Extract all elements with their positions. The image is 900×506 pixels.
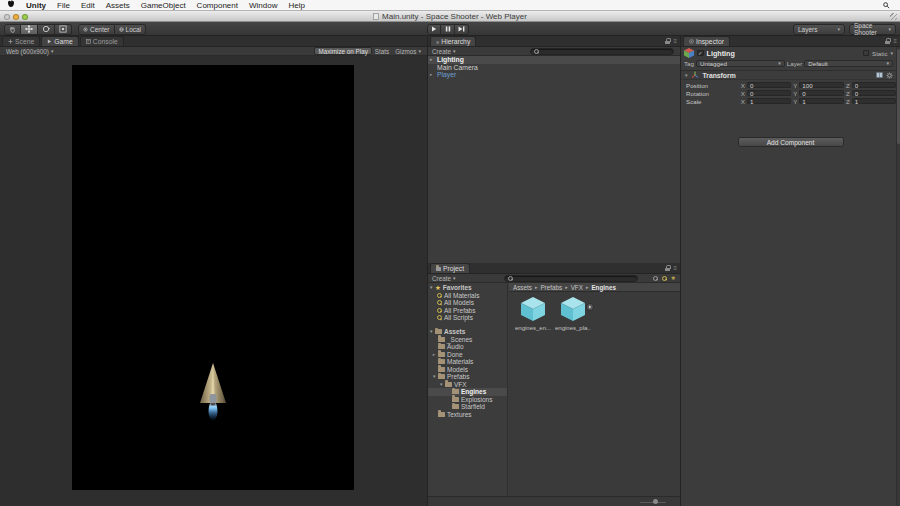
- slider-knob[interactable]: [653, 499, 658, 504]
- position-z-field[interactable]: 0: [852, 82, 896, 89]
- hierarchy-item-lighting[interactable]: ▸ Lighting: [428, 56, 680, 64]
- position-x-field[interactable]: 0: [747, 82, 791, 89]
- inspector-scrollbar[interactable]: [896, 47, 900, 506]
- stats-button[interactable]: Stats: [372, 47, 392, 55]
- panel-menu-icon[interactable]: ≡: [893, 38, 897, 44]
- tab-scene[interactable]: Scene: [2, 36, 40, 46]
- menu-file[interactable]: File: [57, 0, 70, 11]
- collapse-arrow-icon[interactable]: ▼: [429, 285, 433, 290]
- asset-engines-player[interactable]: engines_pla...: [555, 294, 591, 331]
- scale-x-field[interactable]: 1: [747, 98, 791, 105]
- expand-arrow-icon[interactable]: ▸: [432, 352, 436, 357]
- rotation-x-field[interactable]: 0: [747, 90, 791, 97]
- panel-divider[interactable]: [427, 36, 428, 506]
- menu-assets[interactable]: Assets: [106, 0, 130, 11]
- layer-dropdown[interactable]: Default ▾: [804, 60, 893, 68]
- gizmos-dropdown[interactable]: Gizmos ▾: [392, 47, 424, 55]
- position-y-field[interactable]: 100: [799, 82, 843, 89]
- space-toggle-button[interactable]: Local: [115, 24, 147, 35]
- scrollbar-thumb[interactable]: [897, 49, 900, 144]
- static-checkbox[interactable]: [863, 50, 870, 57]
- tree-folder-textures[interactable]: Textures: [428, 411, 507, 419]
- breadcrumb-assets[interactable]: Assets: [513, 284, 532, 291]
- panel-menu-icon[interactable]: ≡: [673, 38, 677, 44]
- window-titlebar[interactable]: Main.unity - Space Shooter - Web Player: [0, 11, 900, 22]
- search-by-type-icon[interactable]: [653, 276, 658, 281]
- game-render-viewport[interactable]: [72, 65, 354, 490]
- layers-dropdown[interactable]: Layers ▾: [793, 24, 845, 35]
- play-button[interactable]: [427, 24, 441, 35]
- expand-arrow-icon[interactable]: ▸: [430, 72, 432, 77]
- active-checkbox[interactable]: ✓: [697, 50, 704, 57]
- pause-button[interactable]: [441, 24, 455, 35]
- project-search-input[interactable]: [504, 275, 638, 282]
- add-component-button[interactable]: Add Component: [738, 137, 844, 147]
- apple-menu-icon[interactable]: [7, 0, 15, 11]
- scale-tool-icon[interactable]: [55, 24, 72, 35]
- step-button[interactable]: [455, 24, 469, 35]
- panel-menu-icon[interactable]: ≡: [673, 265, 677, 271]
- tree-all-materials[interactable]: All Materials: [428, 292, 507, 300]
- chevron-down-icon[interactable]: ▾: [890, 51, 893, 56]
- asset-engines-enemy[interactable]: engines_en...: [515, 294, 551, 331]
- tab-inspector[interactable]: Inspector: [683, 36, 730, 46]
- search-by-label-icon[interactable]: [662, 276, 667, 281]
- tree-all-prefabs[interactable]: All Prefabs: [428, 307, 507, 315]
- window-resize-grip[interactable]: [890, 13, 897, 20]
- aspect-dropdown[interactable]: Web (600x900) ▾: [3, 47, 56, 55]
- expand-arrow-icon[interactable]: ▸: [430, 57, 432, 62]
- menu-window[interactable]: Window: [249, 0, 277, 11]
- menu-gameobject[interactable]: GameObject: [141, 0, 186, 11]
- tree-folder-explosions[interactable]: Explosions: [428, 396, 507, 404]
- tree-folder-models[interactable]: Models: [428, 366, 507, 374]
- lock-icon[interactable]: [665, 38, 670, 44]
- lock-icon[interactable]: [885, 38, 890, 44]
- collapse-arrow-icon[interactable]: ▼: [429, 329, 433, 334]
- menu-component[interactable]: Component: [197, 0, 238, 11]
- scale-y-field[interactable]: 1: [799, 98, 843, 105]
- help-book-icon[interactable]: [876, 72, 883, 78]
- lock-icon[interactable]: [665, 265, 670, 271]
- tree-all-models[interactable]: All Models: [428, 299, 507, 307]
- breadcrumb-vfx[interactable]: VFX: [571, 284, 583, 291]
- tab-game[interactable]: Game: [41, 36, 79, 46]
- collapse-arrow-icon[interactable]: ▼: [432, 374, 436, 379]
- layout-dropdown[interactable]: Space Shooter ▾: [849, 24, 896, 35]
- menu-help[interactable]: Help: [288, 0, 304, 11]
- scale-z-field[interactable]: 1: [852, 98, 896, 105]
- tree-favorites-header[interactable]: ▼ ★ Favorites: [428, 284, 507, 292]
- prefab-expand-badge[interactable]: [586, 303, 594, 311]
- collapse-arrow-icon[interactable]: ▼: [684, 73, 688, 78]
- collapse-arrow-icon[interactable]: ▼: [439, 382, 443, 387]
- rotation-y-field[interactable]: 0: [799, 90, 843, 97]
- hierarchy-item-main-camera[interactable]: Main Camera: [428, 64, 680, 72]
- tab-project[interactable]: Project: [430, 263, 470, 273]
- tag-dropdown[interactable]: Untagged ▾: [696, 60, 785, 68]
- menu-edit[interactable]: Edit: [81, 0, 95, 11]
- hand-tool-icon[interactable]: [4, 24, 21, 35]
- rotation-z-field[interactable]: 0: [852, 90, 896, 97]
- menu-unity[interactable]: Unity: [26, 0, 46, 11]
- tree-folder-engines[interactable]: Engines: [428, 388, 507, 396]
- tab-hierarchy[interactable]: ≡ Hierarchy: [430, 36, 476, 46]
- breadcrumb-engines[interactable]: Engines: [591, 284, 616, 291]
- rotate-tool-icon[interactable]: [38, 24, 55, 35]
- tree-folder-vfx[interactable]: ▼ VFX: [428, 381, 507, 389]
- project-create-button[interactable]: Create ▾: [428, 274, 459, 283]
- tree-folder-scenes[interactable]: _Scenes: [428, 336, 507, 344]
- hierarchy-item-player[interactable]: ▸ Player: [428, 71, 680, 79]
- tree-folder-done[interactable]: ▸ Done: [428, 351, 507, 359]
- spotlight-search-icon[interactable]: [883, 2, 890, 11]
- transform-component-header[interactable]: ▼ Transform: [681, 70, 896, 80]
- pivot-toggle-button[interactable]: Center: [78, 24, 115, 35]
- hierarchy-search-input[interactable]: [530, 48, 674, 55]
- gameobject-name-field[interactable]: Lighting: [707, 49, 860, 58]
- breadcrumb-prefabs[interactable]: Prefabs: [540, 284, 562, 291]
- maximize-on-play-button[interactable]: Maximize on Play: [314, 47, 371, 55]
- hierarchy-create-button[interactable]: Create ▾: [428, 47, 459, 56]
- favorite-star-icon[interactable]: ★: [671, 275, 676, 281]
- move-tool-icon[interactable]: [21, 24, 38, 35]
- tree-all-scripts[interactable]: All Scripts: [428, 314, 507, 322]
- gear-icon[interactable]: [886, 72, 893, 79]
- panel-divider[interactable]: [680, 36, 681, 506]
